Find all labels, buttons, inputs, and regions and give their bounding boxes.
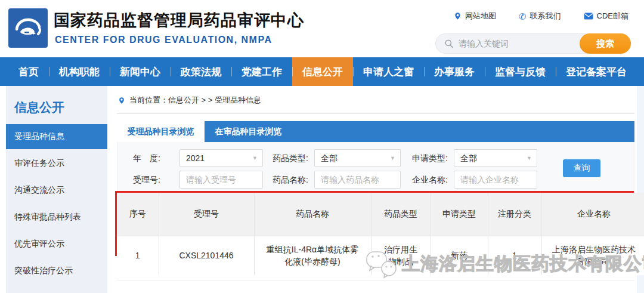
- nav-item-applicant-window[interactable]: 申请人之窗: [353, 57, 424, 86]
- sidebar-item-priority-review[interactable]: 优先审评公示: [6, 232, 107, 257]
- table-header-row: 序号 受理号 药品名称 药品类型 申请类型 注册分类 企业名称 承办日期: [117, 193, 644, 236]
- cde-nmpa-page: 国家药品监督管理局药品审评中心 CENTER FOR DRUG EVALUATI…: [0, 0, 644, 293]
- col-reg-class: 注册分类: [488, 193, 541, 236]
- mail-icon: [584, 13, 593, 20]
- header-search: 搜索: [435, 33, 631, 54]
- search-button[interactable]: 搜索: [580, 33, 631, 54]
- table-row[interactable]: 1 CXSL2101446 重组抗IL-4Rα单域抗体雾化液(毕赤酵母) 治疗用…: [117, 236, 644, 275]
- results-table: 序号 受理号 药品名称 药品类型 申请类型 注册分类 企业名称 承办日期 1 C…: [117, 193, 644, 275]
- search-input[interactable]: [459, 39, 572, 48]
- company-input[interactable]: [454, 171, 537, 189]
- site-title: 国家药品监督管理局药品审评中心: [54, 10, 304, 31]
- mailbox-label: CDE邮箱: [597, 11, 628, 21]
- nav-item-info-disclosure[interactable]: 信息公开: [292, 57, 353, 86]
- col-accept-no: 受理号: [159, 193, 254, 236]
- cell-reg-class: 1: [488, 236, 541, 275]
- accept-no-input[interactable]: [179, 171, 263, 189]
- header-quick-links: 网站地图 ✆ 联系我们 CDE邮箱: [454, 11, 628, 21]
- chevron-down-icon: ▼: [527, 150, 532, 166]
- col-seq: 序号: [117, 193, 159, 236]
- contact-label: 联系我们: [530, 11, 561, 21]
- apply-type-label: 申请类型:: [402, 149, 448, 167]
- search-icon: [444, 39, 454, 48]
- filter-panel: 年 度: 2021 ▼ 药品类型: 全部 ▼ 申请类型: 全部 ▼ 受理号: 药…: [117, 142, 634, 193]
- col-company: 企业名称: [541, 193, 644, 236]
- main-nav: 首页 机构职能 新闻中心 政策法规 党建工作 信息公开 申请人之窗 办事服务 监…: [0, 57, 644, 86]
- company-label: 企业名称:: [402, 171, 448, 189]
- year-label: 年 度:: [117, 149, 160, 167]
- col-drug-type: 药品类型: [371, 193, 431, 236]
- cell-apply-type: 新药: [431, 236, 488, 275]
- content-tabs: 受理品种目录浏览 在审品种目录浏览: [117, 121, 634, 142]
- nav-item-registration-platform[interactable]: 登记备案平台: [556, 57, 637, 86]
- mailbox-link[interactable]: CDE邮箱: [584, 11, 628, 21]
- results-table-annotation: 序号 受理号 药品名称 药品类型 申请类型 注册分类 企业名称 承办日期 1 C…: [115, 191, 634, 256]
- location-pin-icon: [454, 11, 462, 21]
- phone-icon: ✆: [519, 12, 527, 21]
- fish-logo-icon: [8, 8, 48, 48]
- sidebar-item-breakthrough-therapy[interactable]: 突破性治疗公示: [6, 258, 107, 283]
- sidebar-item-three-in-one[interactable]: 三合一序列公示: [6, 285, 107, 293]
- nav-item-supervision[interactable]: 监督与反馈: [485, 57, 556, 86]
- chevron-down-icon: ▼: [252, 150, 258, 166]
- nav-item-home[interactable]: 首页: [8, 57, 49, 86]
- year-select[interactable]: 2021 ▼: [179, 149, 263, 167]
- accept-no-label: 受理号:: [117, 171, 160, 189]
- nav-item-party[interactable]: 党建工作: [231, 57, 292, 86]
- sidebar: 信息公开 受理品种信息 审评任务公示 沟通交流公示 特殊审批品种列表 优先审评公…: [6, 86, 107, 293]
- drug-type-value: 全部: [321, 153, 338, 163]
- breadcrumb-text: 当前位置：信息公开 > > 受理品种信息: [129, 95, 261, 106]
- cell-company: 上海洛启生物医药技术有限公司;: [541, 236, 644, 275]
- sidebar-title: 信息公开: [14, 99, 107, 116]
- query-button[interactable]: 查询: [563, 159, 600, 177]
- sidebar-item-special-approval[interactable]: 特殊审批品种列表: [6, 205, 107, 230]
- year-value: 2021: [186, 153, 205, 163]
- nav-item-news[interactable]: 新闻中心: [110, 57, 171, 86]
- drug-type-select[interactable]: 全部 ▼: [314, 149, 401, 167]
- site-header: 国家药品监督管理局药品审评中心 CENTER FOR DRUG EVALUATI…: [0, 0, 644, 57]
- nav-item-services[interactable]: 办事服务: [424, 57, 485, 86]
- cell-accept-no: CXSL2101446: [159, 236, 254, 275]
- sidebar-item-communication[interactable]: 沟通交流公示: [6, 178, 107, 203]
- nav-item-functions[interactable]: 机构职能: [49, 57, 110, 86]
- drug-name-input[interactable]: [314, 171, 401, 189]
- breadcrumb: 当前位置：信息公开 > > 受理品种信息: [117, 86, 634, 114]
- sidebar-item-review-tasks[interactable]: 审评任务公示: [6, 151, 107, 176]
- cell-seq: 1: [117, 236, 159, 275]
- col-drug-name: 药品名称: [254, 193, 371, 236]
- drug-type-label: 药品类型:: [263, 149, 308, 167]
- chevron-down-icon: ▼: [390, 150, 395, 166]
- sitemap-link[interactable]: 网站地图: [454, 11, 496, 21]
- cell-drug-type: 治疗用生物制品: [371, 236, 431, 275]
- tab-under-review-catalog[interactable]: 在审品种目录浏览: [205, 121, 292, 142]
- tab-accepted-catalog[interactable]: 受理品种目录浏览: [117, 121, 205, 142]
- sidebar-item-accepted-varieties[interactable]: 受理品种信息: [6, 124, 107, 149]
- col-apply-type: 申请类型: [431, 193, 488, 236]
- content-area: 当前位置：信息公开 > > 受理品种信息 受理品种目录浏览 在审品种目录浏览 年…: [117, 86, 634, 280]
- apply-type-select[interactable]: 全部 ▼: [454, 149, 537, 167]
- drug-name-label: 药品名称:: [263, 171, 308, 189]
- cell-drug-name: 重组抗IL-4Rα单域抗体雾化液(毕赤酵母): [254, 236, 371, 275]
- location-pin-icon: [118, 96, 125, 105]
- cde-logo: [8, 8, 48, 48]
- site-subtitle: CENTER FOR DRUG EVALUATION, NMPA: [55, 35, 272, 45]
- sitemap-label: 网站地图: [465, 11, 496, 21]
- nav-item-policy[interactable]: 政策法规: [171, 57, 231, 86]
- apply-type-value: 全部: [460, 153, 477, 163]
- contact-link[interactable]: ✆ 联系我们: [519, 11, 561, 21]
